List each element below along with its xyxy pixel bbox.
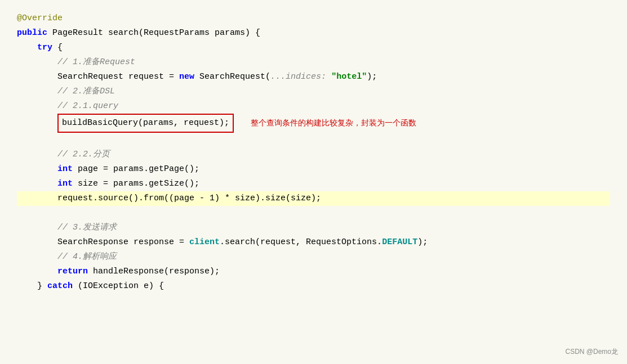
line-blank1 — [17, 133, 610, 147]
line-method-sig: public PageResult search(RequestParams p… — [17, 26, 610, 41]
client-keyword: client — [189, 235, 220, 250]
keyword-int-size: int — [57, 177, 73, 191]
line-search-request: SearchRequest request = new SearchReques… — [17, 70, 610, 84]
line-comment5: // 3.发送请求 — [17, 221, 610, 235]
code-block: @Override public PageResult search(Reque… — [0, 0, 627, 364]
highlighted-build-query: buildBasicQuery(params, request); — [57, 114, 234, 133]
comment-prepare-request: // 1.准备Request — [17, 55, 135, 70]
param-label-indices: ...indices: — [270, 70, 326, 84]
keyword-try: try — [17, 41, 52, 55]
keyword-catch: catch — [47, 279, 73, 294]
annotation-override: @Override — [17, 11, 63, 26]
comment-pagination: // 2.2.分页 — [17, 147, 110, 162]
line-request-source: request.source().from((page - 1) * size)… — [17, 191, 610, 206]
line-int-size: int size = params.getSize(); — [17, 177, 610, 191]
line-try: try { — [17, 41, 610, 55]
line-search-response: SearchResponse response = client.search(… — [17, 235, 610, 250]
comment-prepare-dsl: // 2.准备DSL — [17, 84, 115, 99]
watermark: CSDN @Demo龙 — [565, 346, 618, 357]
keyword-public: public — [17, 26, 47, 41]
comment-send-request: // 3.发送请求 — [17, 221, 117, 235]
line-comment1: // 1.准备Request — [17, 55, 610, 70]
line-build-query: buildBasicQuery(params, request); 整个查询条件… — [17, 114, 610, 133]
line-override: @Override — [17, 11, 610, 26]
keyword-new: new — [179, 70, 194, 84]
line-catch: } catch (IOException e) { — [17, 279, 610, 294]
line-blank2 — [17, 206, 610, 221]
line-int-page: int page = params.getPage(); — [17, 162, 610, 177]
comment-parse-response: // 4.解析响应 — [17, 250, 117, 264]
line-comment6: // 4.解析响应 — [17, 250, 610, 264]
keyword-return: return — [57, 264, 88, 279]
line-comment4: // 2.2.分页 — [17, 147, 610, 162]
comment-query: // 2.1.query — [17, 99, 118, 114]
line-return: return handleResponse(response); — [17, 264, 610, 279]
annotation-comment: 整个查询条件的构建比较复杂，封装为一个函数 — [251, 116, 416, 130]
default-keyword: DEFAULT — [382, 235, 417, 250]
line-comment2: // 2.准备DSL — [17, 84, 610, 99]
string-hotel: "hotel" — [331, 70, 367, 84]
line-comment3: // 2.1.query — [17, 99, 610, 114]
keyword-int-page: int — [57, 162, 73, 177]
